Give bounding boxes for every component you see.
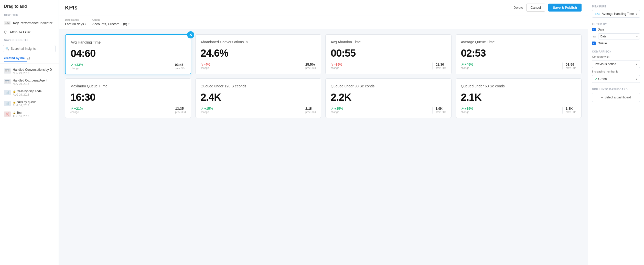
kpi-grid: ✕ Avg Handling Time 04:60 ↗ +33% change … — [65, 34, 582, 118]
insight-item[interactable]: Handled Co...ueue/Agent NOV 29, 2018 — [0, 77, 59, 87]
kpi-value: 2.2K — [331, 91, 446, 103]
svg-rect-13 — [8, 83, 9, 83]
svg-rect-2 — [8, 70, 9, 71]
right-panel: MEASURE 123 Average Handling Time ▾ FILT… — [588, 0, 644, 265]
comparison-section: COMPARISON Compare with Previous period … — [592, 50, 640, 83]
kpi-prev: 01:30 prev. 30d — [433, 63, 446, 69]
kpi-card-title: Avg Handling Time — [71, 40, 186, 45]
insight-icon — [4, 68, 11, 74]
insight-item[interactable]: 🔒 Calls by disp code AUG 16, 2018 — [0, 87, 59, 98]
kpi-card[interactable]: Average Queue Time 02:53 ↗ +45% change 0… — [456, 34, 582, 74]
kpi-change-value: ↗ +15% — [201, 107, 213, 110]
lock-icon: 🔒 — [13, 101, 16, 104]
drill-title: DRILL INTO DASHBOARD — [592, 88, 640, 91]
svg-rect-12 — [5, 83, 7, 83]
kpi-prev-value: 01:59 — [566, 63, 574, 66]
kpi-card-title: Avg Abandon Time — [331, 40, 446, 44]
kpi-card-title: Queued under 60 Se conds — [461, 84, 576, 88]
svg-rect-16 — [8, 91, 8, 94]
kpi-content: ✕ Avg Handling Time 04:60 ↗ +33% change … — [59, 29, 588, 265]
kpi-footer: ↘ -4% change 25.5% prev. 30d — [201, 63, 316, 69]
kpi-change: ↘ -4% change — [201, 63, 303, 69]
page-title: KPIs — [65, 4, 78, 11]
queue-value: Accounts, Custom... (8) — [92, 22, 127, 26]
date-range-value: Last 30 days — [65, 22, 84, 26]
search-box[interactable]: 🔍 — [3, 45, 56, 52]
lock-icon: 🔒 — [13, 90, 16, 93]
insight-date: NOV 29, 2018 — [13, 83, 47, 85]
insight-name: Handled Conversations by D — [13, 68, 52, 72]
compare-with-value: Previous period — [595, 62, 616, 66]
date-range-select[interactable]: Last 30 days ▾ — [65, 22, 86, 26]
measure-icon: 123 — [595, 12, 599, 15]
kpi-change-value: ↗ +15% — [461, 107, 473, 110]
kpi-card[interactable]: Queued under 90 Se conds 2.2K ↗ +15% cha… — [325, 78, 452, 118]
insight-date: NOV 29, 2018 — [13, 72, 52, 75]
compare-with-select[interactable]: Previous period ▾ — [592, 60, 640, 68]
kpi-prev: 03:46 prev. 30d — [172, 63, 186, 70]
increasing-select[interactable]: ↗ Green ▾ — [592, 75, 640, 83]
tab-all[interactable]: all — [27, 55, 32, 62]
sidebar-drag-title: Drag to add — [0, 4, 59, 12]
tab-created[interactable]: created by me — [4, 55, 27, 62]
queue-filter: Queue Accounts, Custom... (8) ▾ — [92, 18, 130, 26]
kpi-footer: ↗ +15% change 1.8K prev. 30d — [461, 107, 576, 114]
queue-filter-label: Queue — [598, 42, 607, 45]
measure-select[interactable]: 123 Average Handling Time ▾ — [592, 10, 640, 18]
filter-icon: ⬡ — [4, 30, 7, 34]
insight-item[interactable]: 🔒 calls by queue AUG 16, 2018 — [0, 98, 59, 109]
kpi-change-value: ↗ +21% — [70, 107, 83, 110]
svg-rect-21 — [9, 103, 9, 105]
queue-checkbox[interactable] — [592, 42, 596, 45]
kpi-card-title: Maximum Queue Ti me — [70, 84, 186, 88]
kpi-card[interactable]: Queued under 120 S econds 2.4K ↗ +15% ch… — [195, 78, 321, 118]
kpi-change-label: change — [201, 111, 209, 114]
date-as-select[interactable]: Date ▾ — [598, 33, 640, 39]
kpi-card[interactable]: Avg Abandon Time 00:55 ↘ -39% change 01:… — [325, 34, 452, 74]
date-checkbox[interactable] — [592, 28, 596, 31]
date-checkbox-row[interactable]: Date — [592, 28, 640, 31]
insight-item[interactable]: Handled Conversations by D NOV 29, 2018 — [0, 66, 59, 77]
kpi-prev-value: 1.8K — [566, 107, 573, 110]
kpi-card[interactable]: ✕ Avg Handling Time 04:60 ↗ +33% change … — [65, 34, 191, 74]
kpi-prev-label: prev. 30d — [305, 67, 316, 69]
plus-icon: + — [601, 95, 603, 99]
queue-select[interactable]: Accounts, Custom... (8) ▾ — [92, 22, 130, 26]
insight-item[interactable]: 🔒 Test AUG 16, 2018 — [0, 109, 59, 120]
insight-name: 🔒 Calls by disp code — [13, 89, 42, 93]
filter-item-label: Attribute Filter — [10, 30, 30, 34]
kpi-item[interactable]: 123 Key Performance Indicator — [0, 18, 59, 27]
delete-button[interactable]: Delete — [513, 6, 523, 9]
kpi-change: ↗ +45% change — [461, 63, 563, 69]
close-button[interactable]: ✕ — [187, 31, 194, 38]
cancel-button[interactable]: Cancel — [526, 4, 545, 12]
kpi-value: 2.4K — [201, 91, 316, 103]
svg-rect-4 — [8, 71, 9, 72]
svg-rect-14 — [6, 93, 6, 94]
queue-checkbox-row[interactable]: Queue — [592, 42, 640, 45]
insight-icon — [4, 101, 11, 106]
insight-date: AUG 16, 2018 — [13, 115, 29, 118]
save-publish-button[interactable]: Save & Publish — [548, 4, 582, 12]
kpi-card[interactable]: Maximum Queue Ti me 16:30 ↗ +21% change … — [65, 78, 191, 118]
kpi-card[interactable]: Queued under 60 Se conds 2.1K ↗ +15% cha… — [456, 78, 582, 118]
kpi-value: 2.1K — [461, 91, 576, 103]
drill-btn-label: Select a dashboard — [605, 96, 631, 99]
filter-item[interactable]: ⬡ Attribute Filter — [0, 27, 59, 37]
svg-rect-5 — [5, 72, 7, 72]
search-input[interactable] — [11, 47, 53, 50]
select-dashboard-button[interactable]: + Select a dashboard — [592, 93, 640, 102]
increasing-value: Green — [598, 77, 607, 81]
kpi-prev: 13:35 prev. 30d — [172, 107, 186, 114]
kpi-change-value: ↗ +45% — [461, 63, 473, 66]
kpi-card[interactable]: Abandoned Convers ations % 24.6% ↘ -4% c… — [195, 34, 321, 74]
as-label: as — [593, 35, 596, 38]
sidebar: Drag to add NEW ITEM 123 Key Performance… — [0, 0, 59, 265]
kpi-prev-label: prev. 30d — [566, 67, 576, 69]
kpi-change-label: change — [331, 111, 339, 114]
kpi-change-label: change — [331, 67, 339, 69]
date-range-chevron: ▾ — [85, 23, 86, 25]
kpi-prev-label: prev. 30d — [566, 111, 576, 114]
date-as-chevron: ▾ — [636, 35, 638, 38]
kpi-footer: ↗ +15% change 2.1K prev. 30d — [201, 107, 316, 114]
